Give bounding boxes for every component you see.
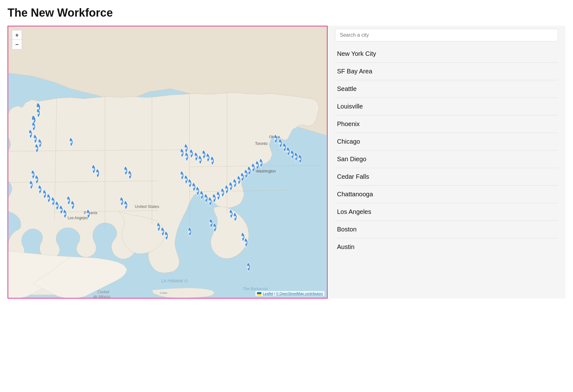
city-list-item[interactable]: San Diego — [335, 151, 558, 168]
city-list-item[interactable]: Los Angeles — [335, 203, 558, 221]
svg-text:Los Ange|es: Los Ange|es — [67, 216, 88, 220]
svg-text:La Habana ⊙: La Habana ⊙ — [161, 278, 188, 283]
city-search-input[interactable] — [335, 29, 558, 41]
svg-text:·Washington: ·Washington — [255, 169, 276, 173]
map-attribution: Leaflet | © OpenStreetMap contributors — [255, 291, 324, 296]
svg-text:The Bahamas: The Bahamas — [243, 286, 268, 291]
map-svg: Alaska México Ciudad de México La Habana… — [8, 26, 327, 298]
city-list: New York CitySF Bay AreaSeattleLouisvill… — [335, 45, 558, 256]
svg-text:Cuba: Cuba — [160, 291, 167, 294]
zoom-in-button[interactable]: + — [12, 30, 22, 40]
svg-point-30 — [32, 119, 34, 122]
city-list-item[interactable]: Chattanooga — [335, 186, 558, 203]
city-list-item[interactable]: Louisville — [335, 98, 558, 115]
city-list-item[interactable]: New York City — [335, 45, 558, 63]
svg-text:Toronto: Toronto — [255, 141, 268, 146]
city-list-item[interactable]: Cedar Falls — [335, 168, 558, 186]
svg-text:Phoenix: Phoenix — [84, 211, 97, 215]
osm-link[interactable]: © OpenStreetMap contributors — [276, 292, 323, 295]
city-list-item[interactable]: Austin — [335, 238, 558, 256]
city-list-item[interactable]: Phoenix — [335, 115, 558, 133]
leaflet-link[interactable]: Leaflet — [263, 292, 273, 295]
svg-text:Ciudad: Ciudad — [97, 290, 109, 294]
map-container: + − Alaska — [8, 26, 328, 299]
city-list-item[interactable]: Boston — [335, 221, 558, 238]
sidebar: New York CitySF Bay AreaSeattleLouisvill… — [328, 26, 565, 299]
city-list-item[interactable]: Seattle — [335, 80, 558, 98]
city-list-item[interactable]: Chicago — [335, 133, 558, 151]
map-controls: + − — [12, 30, 22, 50]
svg-text:United States: United States — [135, 204, 159, 209]
main-layout: + − Alaska — [8, 26, 565, 299]
svg-text:de México: de México — [93, 294, 110, 298]
zoom-out-button[interactable]: − — [12, 40, 22, 49]
city-list-item[interactable]: SF Bay Area — [335, 63, 558, 80]
page-title: The New Workforce — [8, 6, 565, 19]
